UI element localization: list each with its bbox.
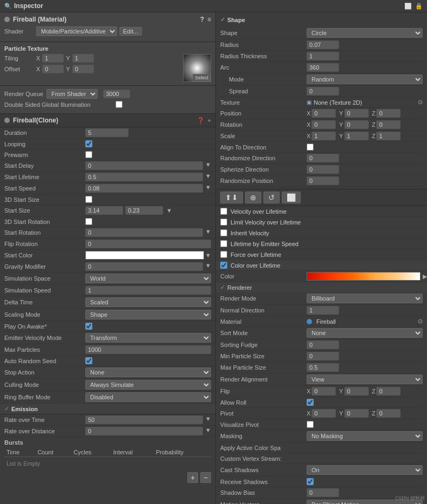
velocity-checkbox[interactable]: [220, 208, 227, 215]
lifetime-emitter-speed-row[interactable]: Lifetime by Emitter Speed: [216, 239, 427, 249]
flip-y-input[interactable]: [344, 387, 369, 396]
cast-shadows-select[interactable]: On Off Two Sided Shadows Only: [307, 465, 423, 475]
start-color-picker[interactable]: [85, 251, 204, 260]
shadow-bias-input[interactable]: [307, 488, 339, 497]
tiling-y-input[interactable]: [72, 54, 94, 63]
offset-y-input[interactable]: [72, 65, 94, 73]
duration-input[interactable]: [85, 128, 128, 137]
lifetime-btn-3[interactable]: ↺: [263, 192, 280, 203]
gravity-modifier-arrow[interactable]: ▼: [205, 262, 211, 271]
gravity-modifier-input[interactable]: [85, 262, 203, 271]
arc-mode-dropdown[interactable]: Random Loop Ping-Pong: [307, 74, 423, 84]
radius-thickness-input[interactable]: [307, 52, 339, 60]
double-sided-checkbox[interactable]: [116, 101, 123, 108]
bursts-remove-button[interactable]: −: [200, 472, 211, 483]
arc-spread-input[interactable]: [307, 87, 339, 96]
bursts-add-button[interactable]: +: [187, 472, 198, 483]
material-eye-icon2[interactable]: ⊙: [418, 318, 423, 325]
velocity-module-row[interactable]: Velocity over Lifetime: [216, 206, 427, 217]
lifetime-btn-1[interactable]: ⬆⬇: [220, 192, 243, 203]
shader-dropdown[interactable]: Mobile/Particles/Additive: [36, 26, 117, 36]
prewarm-checkbox[interactable]: [85, 151, 92, 158]
pivot-y-input[interactable]: [344, 409, 369, 418]
pivot-x-input[interactable]: [311, 409, 336, 418]
simulation-space-select[interactable]: World Local: [85, 274, 211, 283]
offset-x-input[interactable]: [42, 65, 64, 73]
header-icon-2[interactable]: 🔒: [415, 3, 423, 10]
max-particles-input[interactable]: [85, 345, 211, 354]
color-lifetime-checkbox[interactable]: [220, 262, 227, 269]
visualize-pivot-checkbox[interactable]: [307, 421, 314, 428]
randomize-direction-input[interactable]: [307, 154, 339, 162]
motion-vectors-select[interactable]: Per Object Motion Camera Motion Only For…: [307, 500, 423, 504]
material-settings-icon[interactable]: ≡: [207, 16, 211, 23]
start-speed-input[interactable]: [85, 184, 203, 193]
scale-z-input[interactable]: [376, 132, 401, 140]
shape-dropdown[interactable]: Circle Sphere Cone: [307, 28, 423, 38]
start-delay-input[interactable]: [85, 161, 203, 170]
simulation-speed-input[interactable]: [85, 286, 211, 295]
sort-mode-select[interactable]: None By Distance Oldest in Front Younges…: [307, 328, 423, 338]
start-size-input2[interactable]: [125, 206, 163, 215]
color-gradient-bar[interactable]: [307, 272, 421, 281]
texture-eye-icon[interactable]: ⊙: [418, 99, 423, 106]
position-x-input[interactable]: [311, 109, 336, 118]
receive-shadows-checkbox[interactable]: [307, 478, 314, 485]
lifetime-emitter-speed-checkbox[interactable]: [220, 240, 227, 247]
inherit-velocity-checkbox[interactable]: [220, 229, 227, 236]
culling-mode-select[interactable]: Always Simulate Pause and Catch-up Pause: [85, 380, 211, 390]
header-icon-1[interactable]: ⬜: [404, 3, 412, 10]
material-help-icon[interactable]: ?: [200, 16, 204, 23]
fireball-add-icon[interactable]: +: [208, 117, 211, 124]
rate-over-distance-input[interactable]: [85, 427, 203, 435]
start-speed-arrow[interactable]: ▼: [205, 184, 211, 193]
start-rotation-input[interactable]: [85, 228, 203, 237]
min-particle-size-input[interactable]: [307, 352, 339, 360]
delta-time-select[interactable]: Scaled Unscaled: [85, 297, 211, 307]
flip-x-input[interactable]: [311, 387, 336, 396]
start-size-arrow[interactable]: ▼: [166, 207, 172, 214]
emitter-velocity-select[interactable]: Transform Rigidbody: [85, 333, 211, 343]
render-mode-select[interactable]: Billboard Stretched Billboard Horizontal…: [307, 294, 423, 303]
render-alignment-select[interactable]: View World Local Facing Velocity: [307, 374, 423, 384]
masking-select[interactable]: No Masking Visible Inside Mask Visible O…: [307, 431, 423, 441]
rotation-x-input[interactable]: [311, 120, 336, 129]
looping-checkbox[interactable]: [85, 140, 92, 147]
fireball-help-icon[interactable]: ❓: [197, 117, 205, 124]
3d-start-size-checkbox[interactable]: [85, 196, 92, 203]
pivot-z-input[interactable]: [376, 409, 401, 418]
color-gradient-arrow[interactable]: ▶: [423, 273, 427, 280]
normal-direction-input[interactable]: [307, 306, 339, 315]
render-queue-mode-dropdown[interactable]: From Shader: [46, 89, 98, 99]
sorting-fudge-input[interactable]: [307, 340, 339, 349]
limit-velocity-module-row[interactable]: Limit Velocity over Lifetime: [216, 217, 427, 228]
start-delay-arrow[interactable]: ▼: [205, 161, 211, 170]
3d-start-rotation-checkbox[interactable]: [85, 218, 92, 225]
start-lifetime-arrow[interactable]: ▼: [205, 173, 211, 181]
position-z-input[interactable]: [376, 109, 401, 118]
allow-roll-checkbox[interactable]: [307, 399, 314, 406]
start-rotation-arrow[interactable]: ▼: [205, 228, 211, 237]
flip-rotation-input[interactable]: [85, 240, 211, 248]
rate-over-time-arrow[interactable]: ▼: [205, 416, 211, 424]
auto-random-seed-checkbox[interactable]: [85, 357, 92, 364]
stop-action-select[interactable]: None Disable Destroy Callback: [85, 367, 211, 377]
rotation-z-input[interactable]: [376, 120, 401, 129]
max-particle-size-input[interactable]: [307, 363, 339, 372]
limit-velocity-checkbox[interactable]: [220, 219, 227, 226]
flip-z-input[interactable]: [376, 387, 401, 396]
inherit-velocity-module-row[interactable]: Inherit Velocity: [216, 228, 427, 239]
emission-header[interactable]: ✓ Emission: [0, 404, 215, 414]
force-lifetime-checkbox[interactable]: [220, 251, 227, 258]
scaling-mode-select[interactable]: Shape Hierarchy Local: [85, 310, 211, 319]
select-button[interactable]: Select: [193, 74, 211, 81]
randomize-position-input[interactable]: [307, 176, 339, 185]
position-y-input[interactable]: [344, 109, 369, 118]
render-queue-value-input[interactable]: [103, 90, 130, 98]
start-color-arrow[interactable]: ▼: [205, 252, 211, 258]
start-size-input1[interactable]: [85, 206, 123, 215]
align-direction-checkbox[interactable]: [307, 144, 314, 151]
force-lifetime-row[interactable]: Force over Lifetime: [216, 249, 427, 260]
scale-x-input[interactable]: [311, 132, 336, 140]
radius-input[interactable]: [307, 40, 339, 49]
